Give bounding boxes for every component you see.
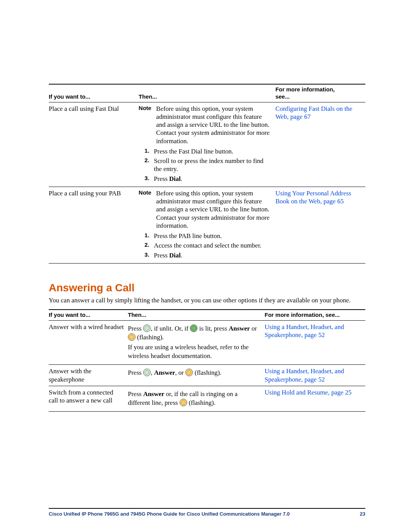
section-intro: You can answer a call by simply lifting … <box>49 296 365 305</box>
want-cell: Answer with a wired headset <box>49 320 128 365</box>
want-cell: Place a call using your PAB <box>49 187 139 263</box>
table-row: Answer with the speakerphone Press , Ans… <box>49 365 365 386</box>
step-number: 2. <box>139 157 154 173</box>
placing-calls-table: If you want to... Then... For more infor… <box>49 84 365 264</box>
then-cell: Press , if unlit. Or, if is lit, press A… <box>128 320 264 365</box>
page-footer: Cisco Unified IP Phone 7965G and 7945G P… <box>49 508 365 517</box>
table-row: Place a call using Fast Dial Note Before… <box>49 102 365 187</box>
answering-call-table: If you want to... Then... For more infor… <box>49 309 365 412</box>
xref-link[interactable]: Using a Handset, Headset, and Speakerpho… <box>264 367 344 383</box>
xref-link[interactable]: Using Your Personal Address Book on the … <box>276 190 351 205</box>
info-cell: Configuring Fast Dials on the Web, page … <box>276 102 365 187</box>
info-cell: Using a Handset, Headset, and Speakerpho… <box>264 365 365 386</box>
table-row: Answer with a wired headset Press , if u… <box>49 320 365 365</box>
then-cell: Press Answer or, if the call is ringing … <box>128 386 264 411</box>
line-button-icon <box>185 369 193 376</box>
xref-link[interactable]: Using Hold and Resume, page 25 <box>264 389 352 396</box>
step-text: Press the PAB line button. <box>154 232 271 240</box>
t1-header-info: For more information, see... <box>276 84 365 102</box>
xref-link[interactable]: Using a Handset, Headset, and Speakerpho… <box>264 323 344 339</box>
step-text: Scroll to or press the index number to f… <box>154 157 271 173</box>
t2-header-then: Then... <box>128 310 264 320</box>
t2-header-info: For more information, see... <box>264 310 365 320</box>
step-text: Press the Fast Dial line button. <box>154 147 271 155</box>
then-cell: Note Before using this option, your syst… <box>139 187 275 263</box>
xref-link[interactable]: Configuring Fast Dials on the Web, page … <box>276 105 352 120</box>
step-text: Press Dial. <box>154 175 271 183</box>
info-cell: Using a Handset, Headset, and Speakerpho… <box>264 320 365 365</box>
note-text: Before using this option, your system ad… <box>156 105 271 145</box>
note-text: Before using this option, your system ad… <box>156 189 271 230</box>
step-text: Press Dial. <box>154 251 271 259</box>
speaker-button-icon <box>143 369 151 376</box>
want-cell: Answer with the speakerphone <box>49 365 128 386</box>
t2-header-want: If you want to... <box>49 310 128 320</box>
want-cell: Switch from a connected call to answer a… <box>49 386 128 411</box>
note-label: Note <box>139 189 156 230</box>
step-number: 2. <box>139 241 154 249</box>
doc-title: Cisco Unified IP Phone 7965G and 7945G P… <box>49 511 290 517</box>
page-number: 23 <box>360 511 365 517</box>
want-cell: Place a call using Fast Dial <box>49 102 139 187</box>
headset-lit-icon <box>190 324 198 332</box>
section-heading: Answering a Call <box>49 282 365 294</box>
table-row: Place a call using your PAB Note Before … <box>49 187 365 263</box>
step-number: 1. <box>139 232 154 240</box>
step-number: 1. <box>139 147 154 155</box>
line-button-icon <box>128 333 135 341</box>
then-cell: Press , Answer, or (flashing). <box>128 365 264 386</box>
info-cell: Using Your Personal Address Book on the … <box>276 187 365 263</box>
t1-header-then: Then... <box>139 84 275 102</box>
step-text: Access the contact and select the number… <box>154 241 271 249</box>
step-number: 3. <box>139 251 154 259</box>
table-row: Switch from a connected call to answer a… <box>49 386 365 411</box>
step-number: 3. <box>139 175 154 183</box>
then-cell: Note Before using this option, your syst… <box>139 102 275 187</box>
line-button-icon <box>180 399 187 406</box>
t1-header-want: If you want to... <box>49 84 139 102</box>
headset-button-icon <box>143 324 151 332</box>
note-label: Note <box>139 105 156 145</box>
info-cell: Using Hold and Resume, page 25 <box>264 386 365 411</box>
